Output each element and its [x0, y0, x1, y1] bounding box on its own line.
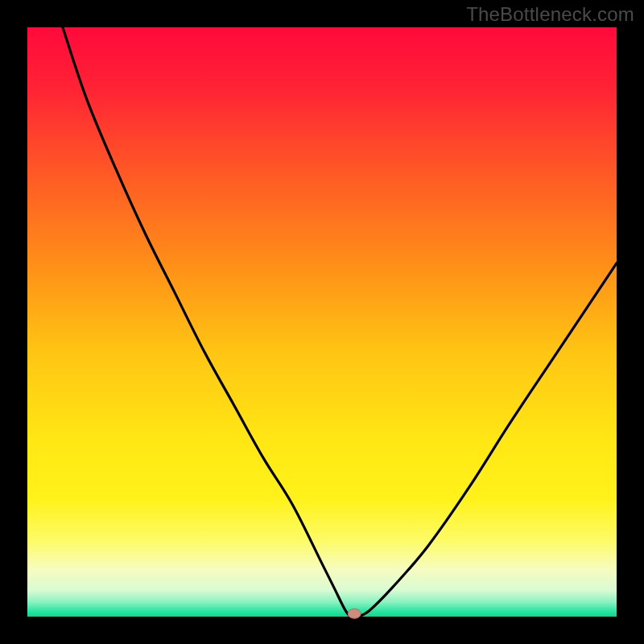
- watermark-text: TheBottleneck.com: [466, 3, 634, 26]
- plot-area: [27, 27, 617, 617]
- optimum-marker: [348, 609, 361, 618]
- chart-frame: TheBottleneck.com: [0, 0, 644, 644]
- bottleneck-plot: [0, 0, 644, 644]
